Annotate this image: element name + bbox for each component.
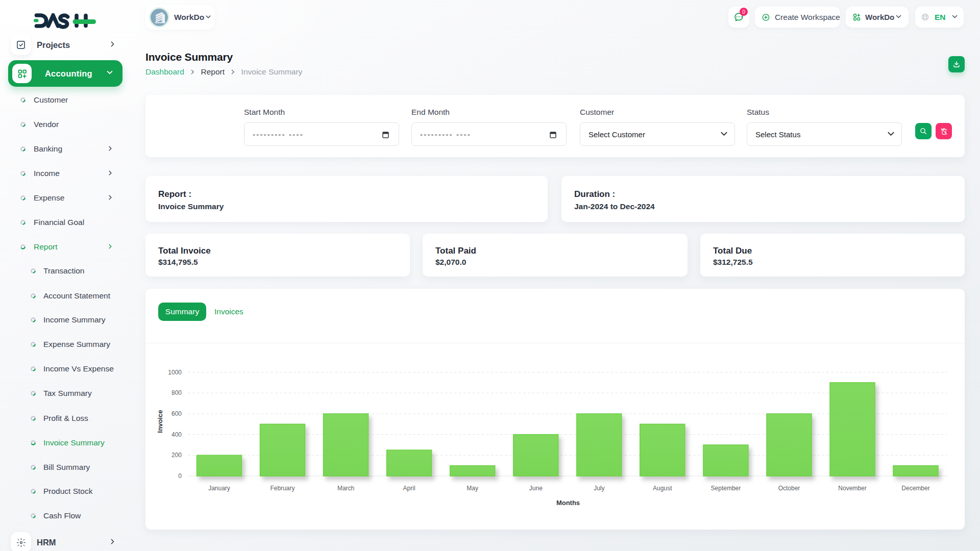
svg-text:1000: 1000 xyxy=(168,369,182,376)
svg-text:0: 0 xyxy=(178,472,182,480)
svg-text:January: January xyxy=(208,485,230,492)
svg-text:March: March xyxy=(337,485,354,492)
svg-text:Invoice: Invoice xyxy=(156,410,164,433)
svg-text:800: 800 xyxy=(172,389,182,396)
svg-text:February: February xyxy=(270,485,295,492)
svg-text:June: June xyxy=(529,485,543,492)
svg-text:April: April xyxy=(403,485,415,492)
svg-text:September: September xyxy=(711,485,741,492)
svg-text:Months: Months xyxy=(556,499,580,507)
svg-text:May: May xyxy=(467,485,478,492)
svg-text:October: October xyxy=(778,485,800,492)
svg-text:December: December xyxy=(901,485,929,492)
svg-text:November: November xyxy=(838,485,866,492)
svg-text:July: July xyxy=(594,485,604,492)
svg-text:400: 400 xyxy=(172,431,182,438)
svg-text:August: August xyxy=(653,485,672,492)
svg-text:600: 600 xyxy=(172,410,182,417)
svg-text:200: 200 xyxy=(172,452,182,459)
